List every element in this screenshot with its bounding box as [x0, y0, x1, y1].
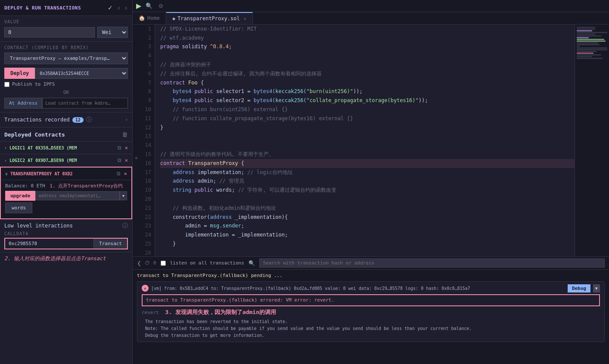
- logic2-name: LOGIC2 AT 0X9D7…B5E99 (MEM: [9, 158, 114, 163]
- line-16-gutter: ⚠: [133, 153, 140, 162]
- contract-select[interactable]: TransparentProxy – examples/Transp…: [4, 53, 128, 64]
- line-6-gutter: [133, 68, 140, 76]
- calldata-label: CALLDATA: [4, 231, 128, 236]
- upgrade-input[interactable]: [35, 191, 120, 200]
- code-line-18: address admin; // 管理员: [160, 177, 575, 186]
- line-27-gutter: [133, 248, 140, 256]
- terminal-panel: transact to TransparentProxy.(fallback) …: [133, 269, 609, 364]
- code-line-14: [160, 141, 575, 150]
- line-3-gutter: [133, 42, 140, 50]
- contract-item-header-logic1[interactable]: › LOGIC1 AT 0X358…D5EE3 (MEM ⧉ ✕: [0, 142, 132, 154]
- code-line-15: // 透明可升级合约的教学代码, 不要用于生产。: [160, 150, 575, 159]
- code-line-20: [160, 195, 575, 204]
- debug-button[interactable]: Debug: [568, 284, 590, 292]
- line-20-gutter: [133, 188, 140, 196]
- calldata-input[interactable]: [5, 239, 93, 249]
- home-tab-icon: 🏠: [139, 15, 145, 21]
- words-button[interactable]: words: [5, 202, 32, 213]
- low-level-info-icon[interactable]: ⓘ: [122, 222, 128, 230]
- unit-select[interactable]: Wei Gwei Ether: [97, 27, 128, 38]
- upgrade-button[interactable]: upgrade: [5, 191, 35, 201]
- publish-checkbox[interactable]: [4, 82, 9, 87]
- collapse-btn[interactable]: ❮: [137, 260, 141, 266]
- status-icons: ❮ ⏱ 0: [137, 260, 156, 266]
- sol-tab-close[interactable]: ✕: [244, 16, 246, 21]
- code-line-21: // 构造函数, 初始化admin和逻辑合约地址: [160, 204, 575, 213]
- check-icon[interactable]: ✓: [107, 3, 114, 12]
- left-panel: DEPLOY & RUN TRANSACTIONS ✓ ‹ › VALUE We…: [0, 0, 133, 364]
- balance-annotation: 1. 点开TransparentProxy合约: [50, 183, 123, 189]
- code-line-2: // wtf.academy: [160, 34, 575, 43]
- contract-item-header-transparent[interactable]: ∨ TRANSPARENTPROXY AT 0XD2 ⧉ ✕: [1, 168, 131, 180]
- info-icon[interactable]: ⓘ: [86, 116, 92, 124]
- publish-label: Publish to IPFS: [12, 81, 55, 87]
- code-content: // SPDX-License-Identifier: MIT // wtf.a…: [155, 25, 575, 256]
- value-row: Wei Gwei Ether: [4, 27, 128, 38]
- tx-chevron[interactable]: ›: [125, 117, 128, 123]
- search-input[interactable]: [259, 258, 605, 268]
- transact-button[interactable]: Transact: [93, 239, 127, 249]
- upgrade-chevron[interactable]: ▾: [120, 191, 127, 200]
- value-input[interactable]: [4, 27, 95, 37]
- sol-tab-icon: ◈: [172, 16, 175, 22]
- line-10-gutter: [133, 102, 140, 110]
- line-14-gutter: [133, 136, 140, 145]
- panel-header: DEPLOY & RUN TRANSACTIONS ✓ ‹ ›: [0, 0, 132, 16]
- line-19-gutter: [133, 179, 140, 188]
- nav-prev-icon[interactable]: ‹: [117, 3, 121, 12]
- address-select[interactable]: 0x358AA13c52544ECCE: [35, 68, 128, 79]
- code-line-7: contract Foo {: [160, 78, 575, 87]
- calldata-row: Transact: [4, 238, 128, 249]
- low-level-title: Low level interactions: [4, 223, 73, 229]
- line-numbers: 12345 678910 1112131415 1617181920 21222…: [140, 25, 155, 256]
- low-level-header: Low level interactions ⓘ: [4, 222, 128, 230]
- code-line-26: [160, 249, 575, 256]
- contract-section: CONTRACT (Compiled By Remix) Transparent…: [0, 42, 132, 112]
- line-15-gutter: [133, 145, 140, 153]
- tab-home[interactable]: 🏠 Home: [133, 12, 166, 24]
- nav-next-icon[interactable]: ›: [124, 3, 128, 12]
- tab-transparent-proxy[interactable]: ◈ TransparentProxy.sol ✕: [166, 12, 253, 24]
- code-editor: ⚠ 12345 678910 1112131415 1617181920 212…: [133, 25, 609, 256]
- home-tab-label: Home: [147, 15, 160, 21]
- logic2-close-icon[interactable]: ✕: [125, 157, 128, 163]
- line-4-gutter: [133, 50, 140, 59]
- upgrade-row: upgrade ▾: [5, 191, 127, 201]
- right-panel: ▶ 🔍 ⊖ 🏠 Home ◈ TransparentProxy.sol ✕: [133, 0, 609, 364]
- logic1-copy-icon[interactable]: ⧉: [118, 145, 121, 151]
- deploy-button[interactable]: Deploy: [4, 68, 35, 79]
- zoom-out-icon[interactable]: ⊖: [157, 2, 165, 10]
- revert-annotation: 3. 发现调用失败，因为限制了admin的调用: [165, 309, 276, 315]
- code-line-6: // 去掉注释后, 合约不会通过编译, 因为两个函数有着相同的选择器: [160, 69, 575, 78]
- logic2-copy-icon[interactable]: ⧉: [118, 157, 121, 163]
- clock-icon[interactable]: ⏱: [145, 260, 150, 266]
- error-circle: ✕: [142, 285, 149, 292]
- transparent-close-icon[interactable]: ✕: [124, 171, 127, 177]
- zoom-in-icon[interactable]: 🔍: [144, 2, 154, 10]
- debug-chevron[interactable]: ▾: [593, 284, 600, 292]
- listen-checkbox[interactable]: [161, 261, 166, 266]
- revert-detail-1: The transaction has been reverted to the…: [145, 318, 600, 325]
- at-address-button[interactable]: At Address: [4, 98, 42, 109]
- or-divider: OR: [4, 87, 128, 98]
- at-address-input[interactable]: [42, 98, 128, 109]
- sol-tab-label: TransparentProxy.sol: [177, 16, 240, 22]
- logic1-close-icon[interactable]: ✕: [125, 145, 128, 151]
- code-line-19: string public words; // 字符串, 可以通过逻辑合约的函数…: [160, 186, 575, 195]
- code-line-8: bytes4 public selector1 = bytes4(keccak2…: [160, 87, 575, 96]
- transparent-copy-icon[interactable]: ⧉: [117, 171, 121, 177]
- minimap: [575, 25, 609, 256]
- log-entry-header: ✕ [vm] from: 0x5B3…eddC4 to: Transparent…: [142, 284, 600, 292]
- code-line-22: constructor(address _implementation){: [160, 213, 575, 222]
- line-17-gutter: [133, 162, 140, 171]
- line-7-gutter: [133, 76, 140, 85]
- run-button[interactable]: ▶: [136, 2, 141, 10]
- listen-label: listen on all transactions: [170, 260, 244, 266]
- trash-icon[interactable]: 🗑: [122, 131, 128, 138]
- value-section: VALUE Wei Gwei Ether: [0, 16, 132, 42]
- logic1-chevron: ›: [4, 146, 7, 150]
- code-line-25: }: [160, 240, 575, 249]
- balance-text: Balance: 0 ETH: [5, 183, 45, 189]
- contract-item-header-logic2[interactable]: › LOGIC2 AT 0X9D7…B5E99 (MEM ⧉ ✕: [0, 154, 132, 166]
- code-line-1: // SPDX-License-Identifier: MIT: [160, 25, 575, 34]
